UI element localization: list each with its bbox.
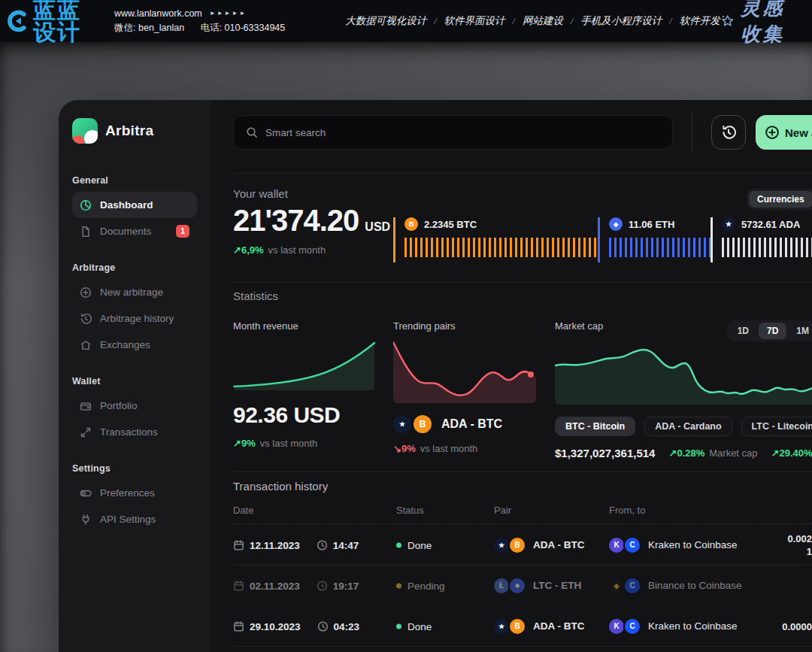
lanlan-brand-text: 蓝蓝设计 [33,0,101,44]
banner-arrows-decoration: ►►►►► [210,9,247,18]
table-header: Date Status Pair From, to [233,505,812,524]
sidebar-item-label: API Settings [100,514,156,525]
coin-pill-ada[interactable]: ADA - Cardano [644,417,732,436]
holding-ada[interactable]: ★ 5732.61 ADA [710,217,812,262]
table-row[interactable]: 02.11.2023 19:17 Pending Ł ◆ LTC - ETH ◆… [233,566,812,606]
table-row[interactable]: 29.10.2023 04:23 Done ★ B ADA - BTC K C … [233,606,812,647]
banner-wechat: 微信: ben_lanlan [114,23,184,33]
sidebar-item-label: Arbitrage history [100,313,174,324]
coin-pill-ltc[interactable]: LTC - Litecoin [741,417,812,436]
statistics-section-title: Statistics [233,290,278,302]
ada-icon: ★ [722,217,735,231]
tx-from-to: Kraken to Coinbase [648,539,738,550]
banner-nav-item-mobile[interactable]: 手机及小程序设计 [580,14,662,28]
range-1d[interactable]: 1D [729,323,757,339]
wallet-change: ↗6,9% vs last month [233,244,326,256]
app-logo[interactable]: Arbitra [72,118,197,144]
banner-nav-item-bigdata[interactable]: 大数据可视化设计 [345,14,426,28]
tx-date: 29.10.2023 [250,620,301,632]
sidebar-item-exchanges[interactable]: Exchanges [72,332,197,358]
sidebar-item-label: Portfolio [100,400,138,411]
cap-change-value: 0.28% [677,447,704,459]
column-status: Status [396,505,424,516]
calendar-icon [233,620,244,632]
search-input-wrapper[interactable] [233,115,673,150]
sidebar-item-documents[interactable]: Documents 1 [72,218,197,244]
wallet-balance: 21'374.20 USD [233,204,390,238]
search-input[interactable] [265,127,660,138]
pie-chart-icon [80,199,92,211]
documents-badge: 1 [176,225,189,238]
lanlan-logo[interactable]: 蓝蓝设计 [8,0,101,44]
month-revenue-chart [233,339,376,393]
wallet-view-toggle: Currencies E [747,189,812,210]
month-revenue-label: Month revenue [233,320,376,332]
sidebar-item-dashboard[interactable]: Dashboard [72,192,197,218]
month-revenue-card: Month revenue 92.36 USD ↗9% vs last mont… [233,320,376,449]
cap-change-note: Market cap [709,447,757,459]
arbitra-logo-icon [72,118,98,144]
trending-pair[interactable]: ★ B ADA - BTC [393,415,536,433]
divider [233,472,812,472]
plus-circle-icon [80,287,92,299]
sidebar-item-transactions[interactable]: Transactions [72,419,197,445]
trend-up-icon: ↗ [668,447,677,459]
bank-icon [80,339,92,351]
view-currencies[interactable]: Currencies [749,191,812,208]
banner-contact-block: www.lanlanwork.com ►►►►► 微信: ben_lanlan … [114,7,298,36]
btc-icon: B [510,619,525,634]
clock-icon [317,580,328,591]
trending-pairs-card: Trending pairs ★ B ADA - BTC ↘9% vs last… [393,320,536,454]
trending-change: ↘9% vs last month [393,443,536,454]
sidebar-item-new-arbitrage[interactable]: New arbitrage [72,279,197,305]
star-icon [720,11,735,32]
range-7d[interactable]: 7D [759,323,786,339]
tx-date: 12.11.2023 [250,539,300,550]
transfer-arrows-icon [80,426,92,438]
sidebar-item-portfolio[interactable]: Portfolio [72,393,197,419]
sidebar-item-preferences[interactable]: Preferences [72,480,197,506]
trend-up-icon: ↗ [771,447,780,459]
coin-pill-btc[interactable]: BTC - Bitcoin [555,417,635,436]
tx-from-to: Kraken to Coinbase [648,620,738,632]
clock-icon [317,539,328,550]
nav-separator: / [513,16,515,27]
sidebar-item-arbitrage-history[interactable]: Arbitrage history [72,305,197,332]
banner-phone: 电话: 010-63334945 [201,23,286,33]
table-row[interactable]: 12.11.2023 14:47 Done ★ B ADA - BTC K C … [233,525,812,566]
banner-nav-item-website[interactable]: 网站建设 [523,14,563,28]
promo-banner: 蓝蓝设计 www.lanlanwork.com ►►►►► 微信: ben_la… [0,0,812,42]
toggle-icon [80,487,92,499]
tx-pair: LTC - ETH [533,580,581,591]
ada-icon: ★ [393,415,411,433]
balance-amount: 21'374.20 [233,204,359,238]
main-content: New a Your wallet Currencies E 21'374.20… [211,100,812,652]
eth-bars [609,238,710,257]
clock-icon [317,620,329,632]
history-button[interactable] [711,115,746,150]
section-title-general: General [72,175,197,186]
holding-eth[interactable]: ◆ 11.06 ETH [598,217,710,262]
new-arbitrage-button[interactable]: New a [756,115,812,150]
tx-time: 19:17 [333,580,359,591]
inspiration-collect-link[interactable]: 灵感收集 [720,0,801,47]
ada-icon: ★ [494,538,509,553]
holding-btc[interactable]: B 2.2345 BTC [393,217,598,262]
sidebar-item-api-settings[interactable]: API Settings [72,506,197,532]
column-pair: Pair [494,505,511,516]
section-title-arbitrage: Arbitrage [72,262,197,273]
sidebar-item-label: Transactions [100,426,158,438]
banner-nav-item-software-ui[interactable]: 软件界面设计 [444,14,505,28]
column-date: Date [233,505,253,516]
trending-pairs-label: Trending pairs [393,320,536,332]
section-title-wallet: Wallet [72,376,197,387]
trending-change-value: 9% [401,443,416,454]
range-1m[interactable]: 1M [788,323,812,339]
tx-amount: 0.0000 [782,620,812,632]
binance-icon: ◆ [609,578,624,593]
coinbase-icon: C [625,538,640,553]
tx-amount: 0.0021 [787,532,812,558]
lanlan-logo-icon [8,6,29,36]
banner-nav-item-dev[interactable]: 软件开发 [680,14,720,28]
new-arbitrage-label: New a [785,126,812,139]
